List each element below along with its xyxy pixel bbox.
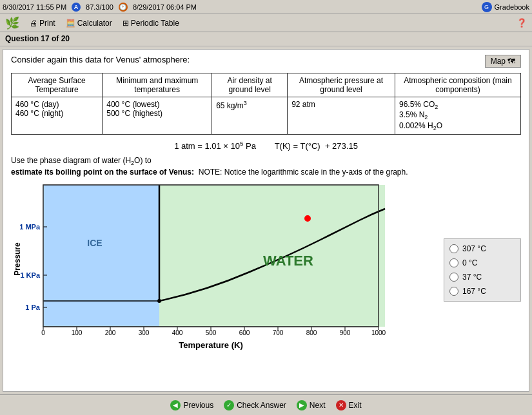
formula-row: 1 atm = 1.01 × 105 Pa T(K) = T(°C) + 273…: [11, 140, 521, 151]
check-answer-button[interactable]: ✓ Check Answer: [224, 400, 286, 410]
bottom-bar: ◀ Previous ✓ Check Answer ▶ Next ✕ Exit: [0, 394, 532, 415]
water-label: WATER: [263, 253, 313, 269]
printer-icon: 🖨: [30, 19, 37, 28]
periodic-table-button[interactable]: ⊞ Periodic Table: [123, 19, 179, 28]
check-answer-label: Check Answer: [237, 401, 286, 410]
score: 87.3/100: [86, 3, 113, 11]
svg-text:500: 500: [206, 329, 217, 336]
main-content: Consider again this data for Venus' atmo…: [3, 49, 529, 392]
previous-button[interactable]: ◀ Previous: [170, 400, 213, 410]
radio-1[interactable]: [449, 244, 458, 253]
instruction-note: NOTE: Notice the logarithmic scale in th…: [196, 168, 408, 177]
next-icon: ▶: [297, 400, 307, 410]
table-cell-pressure: 92 atm: [288, 97, 395, 135]
instruction-main: Use the phase diagram of water (H2O) to: [11, 156, 152, 165]
map-button[interactable]: Map 🗺: [485, 55, 521, 68]
calculator-button[interactable]: 🧮 Calculator: [66, 19, 112, 28]
check-answer-icon: ✓: [224, 400, 234, 410]
calculator-label: Calculator: [77, 19, 112, 28]
answer-choice-2[interactable]: 0 °C: [449, 258, 515, 267]
graph-section: ICE WATER 1 MPa 1 KPa: [11, 182, 521, 358]
radio-3[interactable]: [449, 273, 458, 282]
top-bar: 8/30/2017 11:55 PM A 87.3/100 🕐 8/29/201…: [0, 0, 532, 14]
question-bar: Question 17 of 20: [0, 32, 532, 46]
svg-text:0: 0: [41, 329, 45, 336]
svg-text:700: 700: [273, 329, 284, 336]
next-button[interactable]: ▶ Next: [297, 400, 326, 410]
answer-choice-3[interactable]: 37 °C: [449, 273, 515, 282]
top-bar-right: G Gradebook: [482, 2, 529, 12]
top-bar-left: 8/30/2017 11:55 PM A 87.3/100 🕐 8/29/201…: [3, 3, 482, 12]
table-cell-density: 65 kg/m3: [212, 97, 288, 135]
instruction-bold: estimate its boiling point on the surfac…: [11, 168, 194, 177]
table-header-2: Minimum and maximum temperatures: [103, 73, 212, 97]
calculator-icon: 🧮: [66, 19, 75, 28]
periodic-table-label: Periodic Table: [131, 19, 179, 28]
instructions: Use the phase diagram of water (H2O) to …: [11, 155, 521, 179]
svg-text:600: 600: [239, 329, 250, 336]
table-header-4: Atmospheric pressure at ground level: [288, 73, 395, 97]
logo-leaf: 🌿: [5, 16, 19, 30]
svg-marker-1: [43, 185, 159, 327]
svg-text:1 MPa: 1 MPa: [19, 223, 41, 231]
gradebook-icon: G: [482, 2, 492, 12]
x-axis-label: Temperature (K): [179, 340, 242, 350]
y-axis-label: Pressure: [13, 242, 22, 276]
map-label: Map: [491, 57, 506, 66]
table-header-3: Air density at ground level: [212, 73, 288, 97]
svg-text:1000: 1000: [371, 329, 386, 336]
radio-4[interactable]: [449, 287, 458, 296]
table-header-5: Atmospheric composition (main components…: [395, 73, 520, 97]
map-icon: 🗺: [507, 57, 515, 66]
svg-text:100: 100: [72, 329, 83, 336]
exit-button[interactable]: ✕ Exit: [336, 400, 362, 410]
previous-label: Previous: [183, 401, 213, 410]
gradebook-label: Gradebook: [495, 3, 529, 11]
previous-icon: ◀: [170, 400, 181, 410]
help-icon[interactable]: ❓: [517, 18, 527, 28]
datetime1: 8/30/2017 11:55 PM: [3, 3, 66, 11]
svg-point-5: [157, 299, 161, 303]
svg-text:300: 300: [139, 329, 150, 336]
answer-choice-4[interactable]: 167 °C: [449, 287, 515, 296]
svg-text:900: 900: [340, 329, 351, 336]
answer-choices: 307 °C 0 °C 37 °C 167 °C: [444, 238, 521, 302]
question-label: Question 17 of 20: [5, 34, 70, 43]
svg-text:1 KPa: 1 KPa: [20, 271, 40, 279]
intro-text: Consider again this data for Venus' atmo…: [11, 55, 190, 64]
venus-point: [304, 215, 311, 222]
content-inner: Consider again this data for Venus' atmo…: [3, 50, 529, 363]
phase-diagram: ICE WATER 1 MPa 1 KPa: [11, 182, 391, 356]
next-label: Next: [310, 401, 326, 410]
table-cell-minmax: 400 °C (lowest)500 °C (highest): [103, 97, 212, 135]
table-cell-composition: 96.5% CO23.5% N20.002% H2O: [395, 97, 520, 135]
svg-text:800: 800: [306, 329, 317, 336]
graph-container: ICE WATER 1 MPa 1 KPa: [11, 182, 438, 358]
datetime2: 8/29/2017 06:04 PM: [133, 3, 197, 11]
svg-text:400: 400: [172, 329, 183, 336]
exit-label: Exit: [349, 401, 362, 410]
answer-label-3: 37 °C: [462, 273, 482, 282]
radio-2[interactable]: [449, 258, 458, 267]
svg-text:1 Pa: 1 Pa: [25, 304, 41, 311]
score-icon-blue: A: [72, 3, 81, 12]
score-icon-orange: 🕐: [119, 3, 128, 12]
table-header-1: Average Surface Temperature: [12, 73, 103, 97]
content-header: Consider again this data for Venus' atmo…: [11, 55, 521, 68]
print-label: Print: [39, 19, 55, 28]
ice-label: ICE: [87, 238, 102, 248]
answer-label-1: 307 °C: [462, 244, 486, 253]
periodic-table-icon: ⊞: [123, 19, 129, 28]
answer-label-4: 167 °C: [462, 287, 486, 296]
svg-text:200: 200: [105, 329, 116, 336]
answer-choice-1[interactable]: 307 °C: [449, 244, 515, 253]
toolbar: 🌿 🖨 Print 🧮 Calculator ⊞ Periodic Table …: [0, 14, 532, 32]
answer-label-2: 0 °C: [462, 258, 477, 267]
exit-icon: ✕: [336, 400, 346, 410]
data-table: Average Surface Temperature Minimum and …: [11, 73, 521, 135]
table-cell-temp: 460 °C (day)460 °C (night): [12, 97, 103, 135]
print-button[interactable]: 🖨 Print: [30, 19, 55, 28]
